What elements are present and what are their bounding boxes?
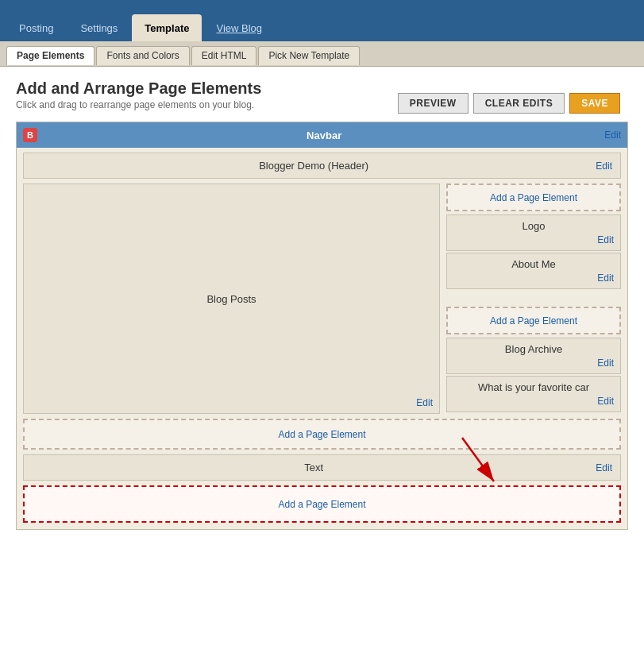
- sidebar-column: Add a Page Element Logo Edit About Me Ed…: [446, 184, 621, 414]
- text-widget: Text Edit: [23, 454, 621, 481]
- add-element-box-1: Add a Page Element: [446, 184, 621, 211]
- top-navigation: Posting Settings Template View Blog: [0, 0, 644, 41]
- sub-navigation: Page Elements Fonts and Colors Edit HTML…: [0, 41, 644, 67]
- add-element-link-4[interactable]: Add a Page Element: [278, 499, 365, 510]
- main-content: Add and Arrange Page Elements Click and …: [0, 67, 644, 653]
- navbar-label: Navbar: [44, 129, 604, 141]
- about-me-edit-link[interactable]: Edit: [597, 272, 614, 284]
- subtab-fonts-colors[interactable]: Fonts and Colors: [96, 46, 189, 65]
- favorite-car-edit-link[interactable]: Edit: [597, 396, 614, 407]
- navbar-row: B Navbar Edit: [17, 122, 627, 148]
- page-elements-container: B Navbar Edit Blogger Demo (Header) Edit…: [16, 122, 628, 530]
- tab-settings[interactable]: Settings: [67, 14, 130, 41]
- tab-template[interactable]: Template: [132, 14, 202, 41]
- blog-posts-edit-link[interactable]: Edit: [416, 397, 433, 408]
- add-element-box-highlighted: Add a Page Element: [23, 485, 621, 523]
- subtab-pick-template[interactable]: Pick New Template: [258, 46, 360, 65]
- favorite-car-widget: What is your favorite car Edit: [446, 376, 621, 412]
- about-me-label: About Me: [453, 258, 614, 270]
- bottom-area: Add a Page Element Text Edit: [23, 419, 621, 481]
- navbar-edit-link[interactable]: Edit: [604, 129, 621, 141]
- add-element-link-3[interactable]: Add a Page Element: [278, 429, 365, 440]
- about-me-widget: About Me Edit: [446, 253, 621, 289]
- blog-archive-label: Blog Archive: [453, 343, 614, 355]
- save-button[interactable]: SAVE: [569, 93, 620, 114]
- preview-button[interactable]: PREVIEW: [398, 93, 469, 114]
- clear-edits-button[interactable]: CLEAR EDITS: [473, 93, 565, 114]
- logo-label: Logo: [453, 220, 614, 232]
- blog-posts-column: Blog Posts Edit: [23, 184, 440, 414]
- add-element-box-2: Add a Page Element: [446, 307, 621, 334]
- add-element-link-2[interactable]: Add a Page Element: [490, 315, 577, 326]
- two-column-area: Blog Posts Edit Add a Page Element Logo …: [23, 184, 621, 414]
- blog-posts-label: Blog Posts: [206, 293, 256, 305]
- header-edit-link[interactable]: Edit: [596, 160, 612, 172]
- add-element-link-1[interactable]: Add a Page Element: [490, 192, 577, 203]
- add-element-box-3: Add a Page Element: [23, 419, 621, 450]
- logo-widget: Logo Edit: [446, 214, 621, 251]
- header-section: Blogger Demo (Header) Edit: [23, 153, 621, 179]
- subtab-page-elements[interactable]: Page Elements: [6, 46, 94, 65]
- blog-archive-widget: Blog Archive Edit: [446, 338, 621, 374]
- text-widget-label: Text: [32, 462, 596, 473]
- tab-posting[interactable]: Posting: [6, 14, 66, 41]
- tab-view-blog[interactable]: View Blog: [203, 14, 275, 41]
- text-widget-edit-link[interactable]: Edit: [596, 462, 612, 473]
- header-label: Blogger Demo (Header): [32, 160, 596, 172]
- subtab-edit-html[interactable]: Edit HTML: [191, 46, 257, 65]
- blogger-icon: B: [23, 128, 37, 142]
- action-buttons: PREVIEW CLEAR EDITS SAVE: [398, 93, 620, 114]
- favorite-car-label: What is your favorite car: [453, 381, 614, 393]
- blog-archive-edit-link[interactable]: Edit: [597, 357, 614, 369]
- logo-edit-link[interactable]: Edit: [597, 234, 614, 245]
